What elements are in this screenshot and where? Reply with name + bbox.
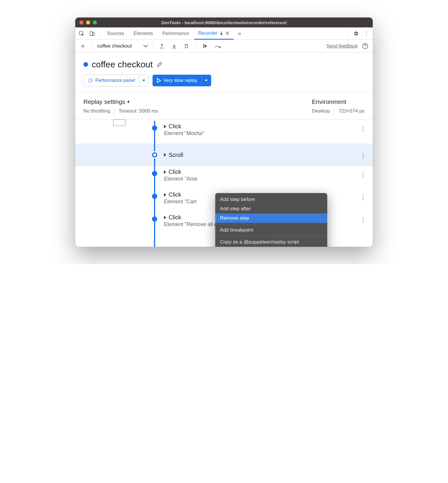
replay-button[interactable]: Very slow replay	[153, 75, 211, 86]
button-label: Performance panel	[95, 78, 135, 83]
button-main[interactable]: Very slow replay	[153, 75, 202, 86]
close-window-icon[interactable]	[79, 20, 83, 24]
step-row[interactable]: Scroll ⋮	[75, 144, 373, 166]
help-icon[interactable]	[360, 41, 370, 51]
step-title: Click	[169, 191, 181, 198]
svg-point-4	[219, 46, 220, 48]
play-icon	[157, 78, 161, 83]
environment-label: Environment	[312, 98, 365, 105]
separator	[100, 30, 100, 37]
step-subtitle: Element "Mocha"	[164, 130, 204, 136]
tab-performance[interactable]: Performance	[158, 27, 193, 40]
flask-icon	[219, 31, 223, 35]
recorder-toolbar: ＋ coffee checkout Send feedback	[75, 40, 373, 52]
timeline-line	[154, 121, 155, 144]
settings-icon[interactable]	[351, 29, 360, 38]
step-title: Click	[169, 214, 181, 221]
device-toolbar-icon[interactable]	[88, 29, 97, 38]
action-buttons: Performance panel Very slow replay	[83, 75, 365, 86]
timeline-node	[152, 125, 157, 131]
menu-label: Add breakpoint	[220, 227, 253, 233]
zoom-window-icon[interactable]	[93, 20, 97, 24]
menu-copy-puppeteer[interactable]: Copy as a @puppeteer/replay script	[215, 237, 327, 247]
recording-title: coffee checkout	[92, 60, 153, 69]
menu-label: Remove step	[220, 215, 249, 221]
kebab-menu-icon[interactable]: ⋮	[362, 29, 371, 38]
menu-label: Add step before	[220, 197, 255, 202]
button-dropdown[interactable]	[139, 75, 148, 86]
expand-icon[interactable]	[164, 193, 166, 197]
timeline-line	[154, 212, 155, 241]
timeline-node	[152, 194, 157, 199]
step-more-icon[interactable]: ⋮	[360, 125, 366, 133]
export-icon[interactable]	[157, 41, 167, 51]
replay-settings: Replay settings No throttling Timeout: 5…	[83, 98, 158, 114]
menu-remove-step[interactable]: Remove step	[215, 214, 327, 223]
recording-header: coffee checkout Performance panel Very s…	[75, 52, 373, 92]
step-title: Scroll	[169, 152, 183, 158]
recording-status-dot	[83, 62, 88, 67]
recording-selector[interactable]: coffee checkout	[97, 43, 148, 49]
edit-icon[interactable]	[156, 61, 163, 68]
menu-add-breakpoint[interactable]: Add breakpoint	[215, 225, 327, 235]
label: Replay settings	[83, 98, 125, 105]
environment-settings: Environment Desktop 723×574 px	[312, 98, 365, 114]
chevron-down-icon	[144, 44, 148, 48]
send-feedback-link[interactable]: Send feedback	[326, 43, 358, 49]
gauge-icon	[88, 78, 93, 83]
replay-settings-toggle[interactable]: Replay settings	[83, 98, 158, 105]
step-title: Click	[169, 169, 181, 175]
menu-add-step-before[interactable]: Add step before	[215, 195, 327, 204]
svg-rect-2	[93, 32, 94, 35]
timeline-line	[154, 166, 155, 189]
chevron-right-icon	[128, 100, 130, 103]
more-tabs-icon[interactable]: »	[235, 29, 244, 38]
traffic-lights	[79, 20, 97, 24]
timeline-line	[154, 241, 155, 247]
step-subtitle: Element "Ame	[164, 176, 197, 182]
timeout-value: Timeout: 5000 ms	[119, 108, 158, 114]
step-subtitle: Element "Cart	[164, 199, 196, 205]
button-label: Very slow replay	[163, 78, 197, 83]
step-more-icon[interactable]: ⋮	[360, 152, 366, 159]
step-more-icon[interactable]: ⋮	[360, 171, 366, 178]
step-play-icon[interactable]	[201, 41, 210, 51]
step-row[interactable]: Click Element "Ame ⋮	[75, 166, 373, 189]
expand-icon[interactable]	[164, 216, 166, 219]
separator	[348, 30, 348, 37]
menu-label: Copy as a @puppeteer/replay script	[220, 239, 299, 245]
button-dropdown[interactable]	[202, 75, 211, 86]
step-more-icon[interactable]: ⋮	[360, 216, 366, 224]
step-row[interactable]: Click Element "Mocha" ⋮	[75, 121, 373, 144]
delete-icon[interactable]	[182, 41, 191, 51]
panel-tabstrip: Sources Elements Performance Recorder ✕ …	[75, 27, 373, 40]
step-more-icon[interactable]: ⋮	[360, 194, 366, 201]
window-titlebar: DevTools - localhost:8080/docs/devtools/…	[75, 18, 373, 27]
timeline-node	[152, 171, 157, 176]
close-tab-icon[interactable]: ✕	[225, 30, 230, 36]
performance-panel-button[interactable]: Performance panel	[83, 75, 148, 86]
tab-sources[interactable]: Sources	[103, 27, 128, 40]
import-icon[interactable]	[169, 41, 179, 51]
step-over-icon[interactable]	[213, 41, 222, 51]
expand-icon[interactable]	[164, 170, 166, 174]
separator	[114, 108, 115, 114]
tab-label: Performance	[162, 31, 189, 36]
step-context-menu: Add step before Add step after Remove st…	[215, 193, 327, 247]
separator	[152, 43, 153, 49]
svg-rect-3	[203, 44, 204, 48]
recording-name-label: coffee checkout	[97, 43, 132, 49]
svg-rect-1	[90, 32, 92, 35]
menu-separator	[215, 236, 327, 236]
tab-recorder[interactable]: Recorder ✕	[194, 27, 234, 40]
expand-icon[interactable]	[164, 125, 166, 128]
menu-add-step-after[interactable]: Add step after	[215, 204, 327, 214]
tab-elements[interactable]: Elements	[130, 27, 157, 40]
inspect-element-icon[interactable]	[77, 29, 86, 38]
expand-icon[interactable]	[164, 153, 166, 157]
device-value: Desktop	[312, 108, 330, 114]
button-main[interactable]: Performance panel	[84, 75, 139, 86]
new-recording-icon[interactable]: ＋	[78, 41, 88, 51]
menu-label: Add step after	[220, 206, 251, 212]
minimize-window-icon[interactable]	[86, 20, 90, 24]
